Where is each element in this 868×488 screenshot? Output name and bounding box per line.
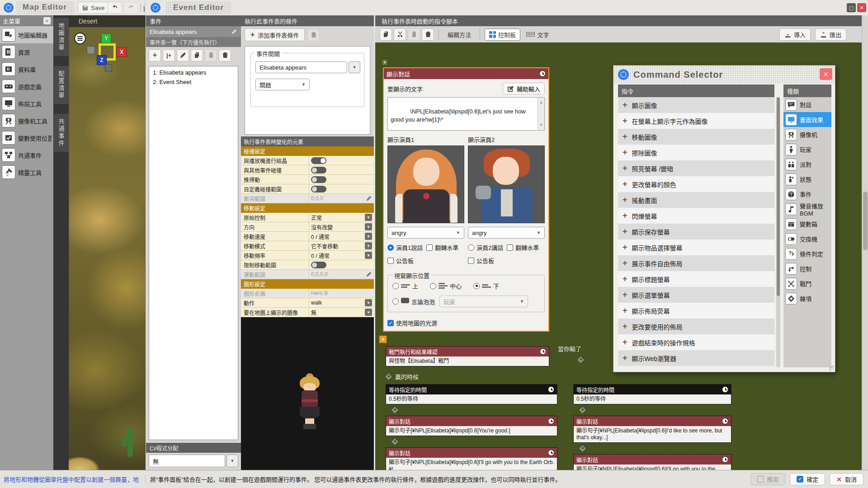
- actor1-flip-checkbox[interactable]: 翻轉水準: [426, 243, 458, 252]
- wait-block[interactable]: 等待指定的時間0.5秒的等待: [573, 384, 731, 404]
- paste-command-button[interactable]: [408, 28, 420, 41]
- category-item[interactable]: ?條件判定: [783, 246, 831, 261]
- delete-command-button[interactable]: [422, 28, 434, 41]
- command-item[interactable]: +更改要使用的佈局: [618, 319, 774, 334]
- property-value[interactable]: 正常▼: [309, 213, 374, 222]
- csharp-select[interactable]: 無: [149, 455, 225, 467]
- chevron-down-icon[interactable]: ▼: [365, 299, 372, 306]
- insert-command-node-highlighted[interactable]: +: [379, 335, 387, 343]
- property-value[interactable]: 它不會移動▼: [309, 241, 374, 250]
- vertical-scrollbar[interactable]: [862, 15, 868, 470]
- import-button[interactable]: 導入: [779, 28, 811, 41]
- actor1-billboard-checkbox[interactable]: 公告板: [387, 256, 464, 265]
- actor2-speaks-radio[interactable]: 演員2講話: [468, 243, 503, 252]
- map-viewport[interactable]: Desert Y X Z: [69, 15, 146, 470]
- win-branch-connector[interactable]: [384, 372, 392, 380]
- command-item[interactable]: +遊戲結束時的操作規格: [618, 334, 774, 350]
- category-item[interactable]: 畫面效果: [783, 112, 831, 127]
- command-item[interactable]: +更改螢幕的顏色: [618, 176, 774, 192]
- gizmo-handle[interactable]: [87, 46, 95, 54]
- insert-command-connector[interactable]: [578, 444, 586, 452]
- command-item[interactable]: +移動圖像: [618, 129, 774, 145]
- event-sheet-item[interactable]: 1: Elisabeta appears: [149, 68, 238, 77]
- command-item[interactable]: +顯示保存螢幕: [618, 224, 774, 239]
- speech-bubble-radio[interactable]: 言論泡泡: [392, 297, 435, 306]
- close-command-selector-button[interactable]: ✕: [820, 68, 832, 80]
- actor2-flip-checkbox[interactable]: 翻轉水準: [507, 243, 539, 252]
- property-value[interactable]: [309, 260, 374, 269]
- command-list-scrollbar[interactable]: [776, 97, 780, 367]
- command-item[interactable]: +顯示物品選擇螢幕: [618, 239, 774, 255]
- command-item[interactable]: +顯示標題螢幕: [618, 271, 774, 287]
- category-item[interactable]: 摄像机: [783, 127, 831, 142]
- insert-command-connector[interactable]: [578, 406, 586, 414]
- property-value[interactable]: [309, 175, 374, 184]
- property-value[interactable]: walk▼: [309, 298, 374, 307]
- resize-grip[interactable]: [829, 366, 834, 371]
- sidebar-item[interactable]: 遊戲定義: [0, 78, 53, 95]
- toggle-switch[interactable]: [311, 157, 326, 164]
- actor2-portrait[interactable]: [468, 145, 545, 223]
- map-menu-icon[interactable]: [74, 33, 86, 44]
- actor1-speaks-radio[interactable]: 演員1說話: [387, 243, 423, 252]
- command-selector-titlebar[interactable]: Command Selector ✕: [613, 66, 835, 84]
- chevron-down-icon[interactable]: ▼: [365, 309, 372, 316]
- sidebar-item[interactable]: 精靈工具: [0, 164, 53, 181]
- event-sheet-list[interactable]: 1: Elisabeta appears2: Event Sheet: [149, 66, 238, 440]
- edit-pencil-icon[interactable]: [366, 271, 372, 277]
- property-value[interactable]: 0 / 通常▼: [309, 251, 374, 260]
- category-item[interactable]: 事件: [783, 187, 831, 202]
- show-dialog-block[interactable]: 顯示對話顯示句子[¥NPL[Elisabeta]¥lipspd[0.6]I'd …: [573, 416, 731, 443]
- sidebar-item[interactable]: 摄像机工具: [0, 112, 53, 129]
- chevron-down-icon[interactable]: ▼: [365, 214, 372, 221]
- use-map-light-checkbox[interactable]: ✓使用地圖的光源: [387, 319, 545, 327]
- command-item[interactable]: +展示事件自由佈局: [618, 255, 774, 271]
- sidebar-item[interactable]: R資源: [0, 43, 53, 61]
- transform-gizmo[interactable]: Y X Z: [87, 32, 127, 77]
- property-value[interactable]: [309, 184, 374, 193]
- gizmo-x-axis[interactable]: X: [117, 47, 127, 57]
- position-center-radio[interactable]: 中心: [430, 282, 462, 290]
- csharp-select-arrow[interactable]: ▼: [226, 455, 238, 467]
- show-dialog-block[interactable]: 顯示對話顯示句子[¥NPL[Elisabeta]¥lipspd[0.6]I'll…: [386, 447, 557, 470]
- actor1-expression-select[interactable]: angry▼: [387, 227, 464, 239]
- apply-button[interactable]: 應用: [750, 473, 785, 485]
- text-mode-button[interactable]: TEXT 文字: [522, 28, 553, 41]
- category-item[interactable]: 玩家: [783, 142, 831, 157]
- delete-condition-button[interactable]: [307, 29, 320, 41]
- control-panel-mode-button[interactable]: 控制板: [485, 28, 520, 41]
- chevron-down-icon[interactable]: ▼: [365, 242, 372, 249]
- add-condition-button[interactable]: + 添加事件表條件: [245, 28, 305, 41]
- category-item[interactable]: 狀態: [783, 172, 831, 187]
- textarea-scrollbar[interactable]: ▲▼: [538, 98, 544, 130]
- chevron-down-icon[interactable]: ▼: [365, 223, 372, 230]
- show-dialog-block[interactable]: 顯示對話顯示句子[¥NPL[Elisabeta]¥lipspd[0.6]I'll…: [573, 454, 731, 470]
- copy-command-button[interactable]: [380, 28, 392, 41]
- command-item[interactable]: +顯示Web瀏覽器: [618, 350, 774, 366]
- command-selector-window[interactable]: Command Selector ✕ 指令 +顯示圖像+在螢幕上顯示字元作為圖像…: [613, 65, 835, 372]
- gizmo-y-axis[interactable]: Y: [101, 33, 111, 43]
- command-item[interactable]: +顯示佈局荧幕: [618, 303, 774, 319]
- scroll-down-icon[interactable]: ▼: [539, 121, 543, 129]
- property-value[interactable]: [309, 156, 374, 165]
- lose-branch-connector[interactable]: [576, 356, 585, 364]
- sidebar-item[interactable]: 佈局工具: [0, 95, 53, 112]
- tab-placement-list[interactable]: 配置清單: [54, 66, 69, 104]
- event-sheet-item[interactable]: 2: Event Sheet: [149, 77, 238, 87]
- show-dialog-block[interactable]: 顯示對話顯示句子[¥NPL[Elisabeta]¥lipspd[0.6]You'…: [386, 416, 557, 436]
- tab-common-events[interactable]: 共通事件: [54, 114, 69, 152]
- chevron-down-icon[interactable]: ▼: [365, 252, 372, 259]
- insert-command-connector[interactable]: [391, 437, 399, 446]
- command-item[interactable]: +顯示圖像: [618, 97, 774, 113]
- script-flow-canvas[interactable]: + 顯示對話 要顯示的文字 輔助輸入 \NPL[E: [375, 42, 862, 470]
- delete-sheet-button[interactable]: [219, 49, 231, 61]
- category-item[interactable]: 戰鬥: [783, 276, 831, 291]
- category-item[interactable]: V變數箱: [783, 216, 831, 231]
- insert-sheet-button[interactable]: |+: [163, 49, 175, 61]
- category-item[interactable]: 聲音播放BGM: [783, 202, 831, 216]
- toggle-switch[interactable]: [311, 167, 326, 174]
- toggle-switch[interactable]: [311, 262, 326, 268]
- scrollbar-thumb[interactable]: [777, 97, 780, 296]
- assist-input-button[interactable]: 輔助輸入: [503, 83, 545, 94]
- tab-event-editor[interactable]: Event Editor: [166, 1, 231, 14]
